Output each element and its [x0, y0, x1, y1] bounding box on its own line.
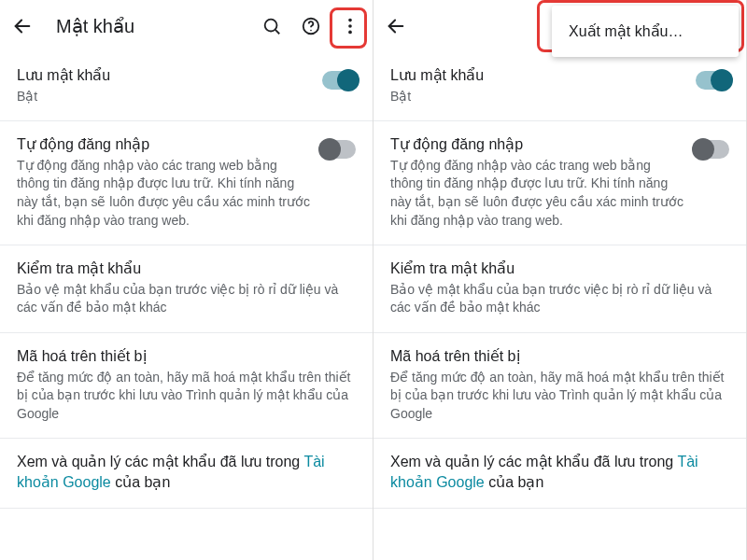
row-title: Tự động đăng nhập	[17, 134, 311, 155]
left-pane: Mật khẩu Lưu mật khẩu Bật Tự động đăn	[0, 0, 374, 560]
row-title: Xem và quản lý các mật khẩu đã lưu trong…	[390, 452, 729, 492]
row-save-passwords[interactable]: Lưu mật khẩu Bật	[0, 52, 373, 121]
text-pre: Xem và quản lý các mật khẩu đã lưu trong	[17, 454, 303, 469]
text-pre: Xem và quản lý các mật khẩu đã lưu trong	[390, 454, 677, 469]
row-subtitle: Bật	[17, 88, 311, 106]
row-title: Lưu mật khẩu	[17, 65, 311, 86]
row-subtitle: Tự động đăng nhập vào các trang web bằng…	[390, 157, 684, 230]
overflow-menu-icon[interactable]	[339, 15, 361, 37]
row-title: Kiểm tra mật khẩu	[17, 259, 356, 279]
row-subtitle: Bảo vệ mật khẩu của bạn trước việc bị rò…	[17, 281, 356, 317]
search-icon[interactable]	[261, 15, 283, 37]
svg-point-5	[348, 19, 352, 22]
right-pane: Xuất mật khẩu… Lưu mật khẩu Bật Tự động …	[374, 0, 747, 560]
row-subtitle: Để tăng mức độ an toàn, hãy mã hoá mật k…	[17, 369, 356, 424]
row-subtitle: Để tăng mức độ an toàn, hãy mã hoá mật k…	[390, 369, 729, 424]
row-subtitle: Bật	[390, 88, 684, 106]
svg-point-7	[348, 31, 352, 35]
help-icon[interactable]	[300, 15, 322, 37]
row-auto-signin[interactable]: Tự động đăng nhập Tự động đăng nhập vào …	[0, 121, 373, 245]
row-encrypt-device[interactable]: Mã hoá trên thiết bị Để tăng mức độ an t…	[0, 333, 373, 439]
page-title: Mật khẩu	[56, 15, 134, 37]
row-title: Kiểm tra mật khẩu	[390, 259, 729, 279]
menu-item-export-passwords[interactable]: Xuất mật khẩu…	[552, 11, 739, 51]
toggle-save-passwords[interactable]	[696, 71, 729, 90]
svg-point-4	[310, 30, 312, 32]
row-title: Mã hoá trên thiết bị	[390, 346, 729, 367]
header-actions	[261, 15, 361, 37]
row-manage-passwords[interactable]: Xem và quản lý các mật khẩu đã lưu trong…	[374, 439, 746, 508]
row-title: Xem và quản lý các mật khẩu đã lưu trong…	[17, 452, 356, 492]
svg-line-2	[275, 30, 279, 34]
row-subtitle: Bảo vệ mật khẩu của bạn trước việc bị rò…	[390, 281, 729, 317]
row-check-passwords[interactable]: Kiểm tra mật khẩu Bảo vệ mật khẩu của bạ…	[0, 245, 373, 333]
back-arrow-icon[interactable]	[11, 15, 34, 37]
text-post: của bạn	[485, 474, 544, 490]
toggle-auto-signin[interactable]	[696, 140, 729, 159]
row-title: Mã hoá trên thiết bị	[17, 346, 356, 367]
toggle-save-passwords[interactable]	[322, 71, 356, 90]
row-subtitle: Tự động đăng nhập vào các trang web bằng…	[17, 157, 311, 230]
back-arrow-icon[interactable]	[385, 15, 407, 37]
header: Mật khẩu	[0, 0, 373, 52]
text-post: của bạn	[111, 474, 171, 490]
row-auto-signin[interactable]: Tự động đăng nhập Tự động đăng nhập vào …	[374, 121, 746, 245]
overflow-menu: Xuất mật khẩu…	[552, 6, 739, 57]
row-title: Tự động đăng nhập	[390, 134, 684, 155]
row-save-passwords[interactable]: Lưu mật khẩu Bật	[374, 52, 746, 121]
svg-point-1	[265, 20, 277, 32]
toggle-auto-signin[interactable]	[322, 140, 356, 159]
svg-point-6	[348, 24, 352, 28]
row-title: Lưu mật khẩu	[390, 65, 684, 86]
row-manage-passwords[interactable]: Xem và quản lý các mật khẩu đã lưu trong…	[0, 439, 373, 508]
row-check-passwords[interactable]: Kiểm tra mật khẩu Bảo vệ mật khẩu của bạ…	[374, 245, 746, 333]
row-encrypt-device[interactable]: Mã hoá trên thiết bị Để tăng mức độ an t…	[374, 333, 746, 439]
